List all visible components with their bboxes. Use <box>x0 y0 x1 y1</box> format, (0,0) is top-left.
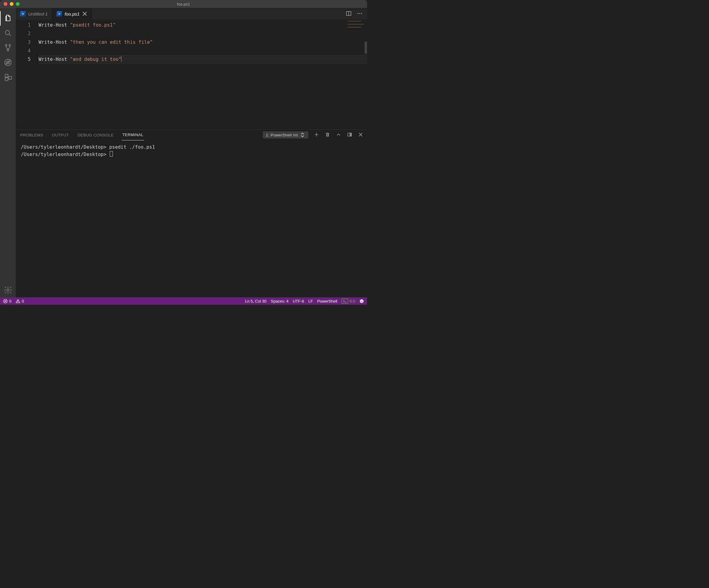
split-editor-button[interactable] <box>346 10 352 18</box>
status-bar: 0 0 Ln 5, Col 30 Spaces: 4 UTF-8 LF Powe… <box>0 297 367 305</box>
branch-icon <box>4 44 12 52</box>
close-icon <box>82 11 87 17</box>
svg-point-19 <box>362 301 363 301</box>
chevron-up-icon <box>336 132 341 137</box>
editor-tab-untitled[interactable]: Untitled-1 <box>16 8 52 20</box>
panel-layout-icon <box>347 132 352 137</box>
split-icon <box>346 10 352 17</box>
status-indentation[interactable]: Spaces: 4 <box>271 299 288 304</box>
activity-extensions[interactable] <box>0 70 16 84</box>
svg-rect-7 <box>5 78 8 80</box>
editor-scrollbar[interactable] <box>365 42 367 54</box>
status-errors-count: 0 <box>9 299 11 304</box>
terminal-prompt-icon <box>343 299 347 304</box>
svg-point-18 <box>361 301 361 301</box>
powershell-file-icon <box>57 11 62 17</box>
activity-bar <box>0 8 16 297</box>
line-number: 1 <box>16 21 31 29</box>
window-minimize-button[interactable] <box>10 2 14 6</box>
warning-icon <box>16 299 20 304</box>
terminal-line: /Users/tylerleonhardt/Desktop> psedit ./… <box>21 144 362 151</box>
window-close-button[interactable] <box>4 2 7 6</box>
status-powershell-version[interactable]: 6.0 <box>342 299 355 304</box>
editor-more-button[interactable] <box>357 10 363 18</box>
panel-close-button[interactable] <box>358 132 363 138</box>
activity-debug[interactable] <box>0 55 16 70</box>
code-token: Write-Host <box>38 22 67 28</box>
editor-tab-foo[interactable]: foo.ps1 <box>52 8 92 20</box>
window-titlebar: foo.ps1 <box>0 0 367 8</box>
svg-point-11 <box>358 13 359 14</box>
status-feedback[interactable] <box>359 299 364 304</box>
status-errors[interactable]: 0 <box>3 299 11 304</box>
code-token: "psedit foo.ps1" <box>70 22 115 28</box>
panel-tab-debug-console[interactable]: DEBUG CONSOLE <box>77 129 114 140</box>
tab-close-button[interactable] <box>82 11 87 17</box>
search-icon <box>4 29 12 37</box>
panel-maximize-button[interactable] <box>347 132 352 138</box>
plus-icon <box>314 132 319 137</box>
code-token: "then you can edit this file" <box>70 40 153 45</box>
code-token: "and debug it too" <box>70 57 122 62</box>
status-ps-version-text: 6.0 <box>350 299 355 304</box>
terminal-selector[interactable]: 1: PowerShell Int <box>263 131 308 138</box>
panel-tab-terminal[interactable]: TERMINAL <box>122 129 144 140</box>
activity-explorer[interactable] <box>0 11 16 26</box>
trash-icon <box>325 132 330 137</box>
status-encoding[interactable]: UTF-8 <box>293 299 304 304</box>
line-number: 3 <box>16 38 31 47</box>
no-bug-icon <box>4 58 12 67</box>
line-number: 4 <box>16 47 31 55</box>
terminal-line: /Users/tylerleonhardt/Desktop> <box>21 152 109 157</box>
error-icon <box>3 299 8 304</box>
status-warnings-count: 0 <box>22 299 24 304</box>
files-icon <box>4 14 12 23</box>
status-cursor-position[interactable]: Ln 5, Col 30 <box>245 299 266 304</box>
powershell-file-icon <box>20 11 26 17</box>
svg-point-12 <box>359 13 360 14</box>
gear-icon <box>4 286 12 294</box>
editor-tab-bar: Untitled-1 foo.ps1 <box>16 8 367 20</box>
svg-rect-8 <box>8 76 11 79</box>
svg-rect-15 <box>350 133 351 136</box>
panel-up-button[interactable] <box>336 132 341 138</box>
text-cursor <box>121 56 122 62</box>
line-number: 5 <box>16 55 31 63</box>
tab-label: foo.ps1 <box>64 11 80 17</box>
activity-source-control[interactable] <box>0 41 16 55</box>
activity-settings[interactable] <box>0 283 16 297</box>
svg-rect-6 <box>5 74 8 77</box>
kill-terminal-button[interactable] <box>325 132 330 138</box>
code-editor[interactable]: 1 2 3 4 5 Write-Host "psedit foo.ps1" Wr… <box>16 20 367 129</box>
window-title: foo.ps1 <box>177 2 190 6</box>
svg-point-13 <box>361 13 362 14</box>
minimap[interactable] <box>347 21 365 28</box>
activity-search[interactable] <box>0 26 16 41</box>
panel-tab-output[interactable]: OUTPUT <box>51 129 70 140</box>
status-language[interactable]: PowerShell <box>317 299 337 304</box>
line-number-gutter: 1 2 3 4 5 <box>16 20 38 129</box>
close-icon <box>358 132 363 137</box>
code-token: Write-Host <box>38 40 67 45</box>
updown-icon <box>300 132 305 138</box>
status-warnings[interactable]: 0 <box>16 299 24 304</box>
code-token: Write-Host <box>38 57 67 62</box>
terminal-selector-label: 1: PowerShell Int <box>266 133 298 137</box>
line-number: 2 <box>16 29 31 38</box>
extensions-icon <box>4 73 12 81</box>
smiley-icon <box>359 299 364 304</box>
bottom-panel: PROBLEMS OUTPUT DEBUG CONSOLE TERMINAL 1… <box>16 129 367 297</box>
new-terminal-button[interactable] <box>314 132 319 138</box>
ellipsis-icon <box>357 10 363 17</box>
window-maximize-button[interactable] <box>16 2 20 6</box>
tab-label: Untitled-1 <box>28 11 48 17</box>
svg-point-9 <box>7 289 9 291</box>
terminal-view[interactable]: /Users/tylerleonhardt/Desktop> psedit ./… <box>16 140 367 297</box>
status-eol[interactable]: LF <box>308 299 313 304</box>
panel-tab-problems[interactable]: PROBLEMS <box>20 129 44 140</box>
terminal-cursor <box>110 151 113 157</box>
code-area[interactable]: Write-Host "psedit foo.ps1" Write-Host "… <box>38 20 367 129</box>
svg-point-17 <box>360 299 363 303</box>
